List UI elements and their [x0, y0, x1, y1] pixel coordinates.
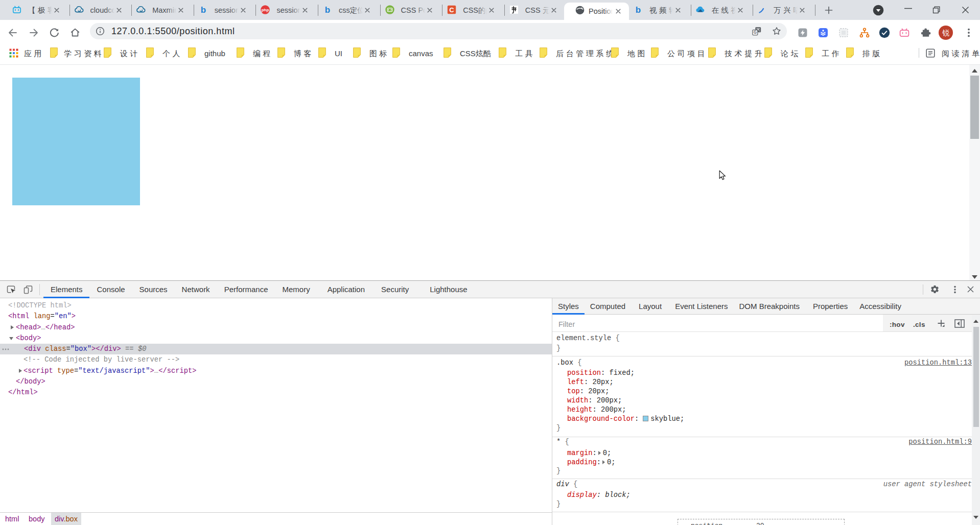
svg-text:b: b [201, 5, 206, 15]
svg-text:php: php [262, 8, 269, 12]
svg-text:b: b [325, 5, 330, 15]
svg-text:G: G [754, 30, 757, 35]
svg-text:C: C [449, 6, 454, 14]
svg-text:b: b [636, 5, 641, 15]
